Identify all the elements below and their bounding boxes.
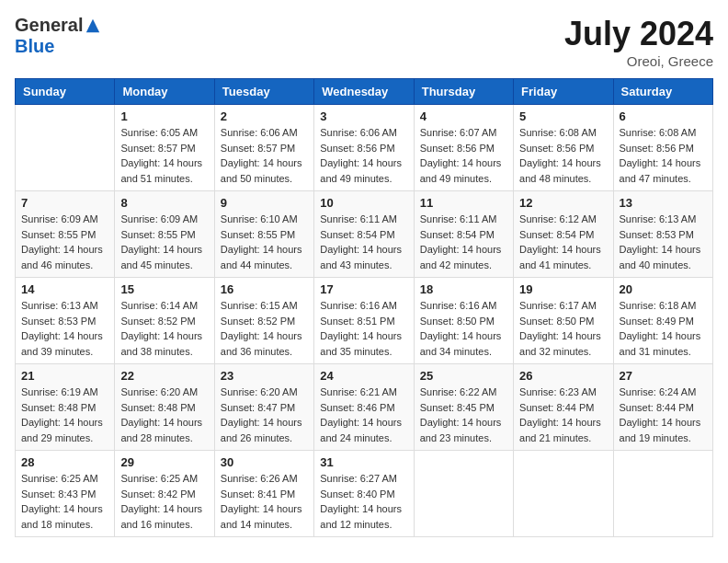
logo-blue-text: Blue [15,36,54,57]
day-info: Sunrise: 6:16 AM Sunset: 8:50 PM Dayligh… [420,298,507,359]
day-number: 21 [21,369,108,383]
day-number: 4 [420,109,507,123]
day-info: Sunrise: 6:20 AM Sunset: 8:48 PM Dayligh… [120,385,208,445]
day-number: 31 [320,455,407,469]
day-number: 1 [120,109,208,123]
day-info: Sunrise: 6:19 AM Sunset: 8:48 PM Dayligh… [21,385,108,445]
calendar-cell: 12Sunrise: 6:12 AM Sunset: 8:54 PM Dayli… [514,191,613,278]
calendar-cell: 2Sunrise: 6:06 AM Sunset: 8:57 PM Daylig… [214,105,313,191]
calendar-cell: 31Sunrise: 6:27 AM Sunset: 8:40 PM Dayli… [314,451,414,537]
calendar-cell: 14Sunrise: 6:13 AM Sunset: 8:53 PM Dayli… [16,278,115,364]
calendar-weekday-friday: Friday [514,79,613,105]
day-number: 29 [120,455,208,469]
calendar-cell: 27Sunrise: 6:24 AM Sunset: 8:44 PM Dayli… [613,364,712,451]
calendar-cell: 28Sunrise: 6:25 AM Sunset: 8:43 PM Dayli… [16,451,115,537]
calendar-cell: 23Sunrise: 6:20 AM Sunset: 8:47 PM Dayli… [214,364,313,451]
day-info: Sunrise: 6:09 AM Sunset: 8:55 PM Dayligh… [21,212,108,272]
calendar-weekday-monday: Monday [115,79,214,105]
day-info: Sunrise: 6:25 AM Sunset: 8:42 PM Dayligh… [120,471,208,532]
calendar-cell: 5Sunrise: 6:08 AM Sunset: 8:56 PM Daylig… [514,105,613,191]
day-info: Sunrise: 6:07 AM Sunset: 8:56 PM Dayligh… [420,125,507,186]
month-year: July 2024 [564,15,713,53]
calendar-weekday-wednesday: Wednesday [314,79,414,105]
day-info: Sunrise: 6:26 AM Sunset: 8:41 PM Dayligh… [221,471,308,532]
calendar-cell [16,105,115,191]
day-info: Sunrise: 6:16 AM Sunset: 8:51 PM Dayligh… [320,298,407,359]
day-info: Sunrise: 6:09 AM Sunset: 8:55 PM Dayligh… [120,212,208,272]
day-number: 12 [519,196,607,210]
calendar-cell: 6Sunrise: 6:08 AM Sunset: 8:56 PM Daylig… [613,105,712,191]
calendar-weekday-thursday: Thursday [414,79,513,105]
calendar-cell: 13Sunrise: 6:13 AM Sunset: 8:53 PM Dayli… [613,191,712,278]
calendar-cell: 24Sunrise: 6:21 AM Sunset: 8:46 PM Dayli… [314,364,414,451]
day-info: Sunrise: 6:12 AM Sunset: 8:54 PM Dayligh… [519,212,607,272]
calendar-cell: 1Sunrise: 6:05 AM Sunset: 8:57 PM Daylig… [115,105,214,191]
calendar-cell [414,451,513,537]
calendar-weekday-saturday: Saturday [613,79,712,105]
day-info: Sunrise: 6:13 AM Sunset: 8:53 PM Dayligh… [620,212,707,272]
calendar-week-row: 21Sunrise: 6:19 AM Sunset: 8:48 PM Dayli… [16,364,713,451]
day-number: 28 [21,455,108,469]
calendar-cell: 29Sunrise: 6:25 AM Sunset: 8:42 PM Dayli… [115,451,214,537]
calendar-weekday-sunday: Sunday [16,79,115,105]
day-number: 16 [221,282,308,296]
day-info: Sunrise: 6:06 AM Sunset: 8:57 PM Dayligh… [221,125,308,186]
calendar-weekday-tuesday: Tuesday [214,79,313,105]
day-number: 2 [221,109,308,123]
day-number: 3 [320,109,407,123]
day-number: 30 [221,455,308,469]
day-info: Sunrise: 6:20 AM Sunset: 8:47 PM Dayligh… [221,385,308,445]
day-number: 17 [320,282,407,296]
day-info: Sunrise: 6:10 AM Sunset: 8:55 PM Dayligh… [221,212,308,272]
calendar-cell: 19Sunrise: 6:17 AM Sunset: 8:50 PM Dayli… [514,278,613,364]
day-info: Sunrise: 6:08 AM Sunset: 8:56 PM Dayligh… [519,125,607,186]
calendar-week-row: 28Sunrise: 6:25 AM Sunset: 8:43 PM Dayli… [16,451,713,537]
title-block: July 2024 Oreoi, Greece [564,15,713,69]
logo: General Blue [15,15,101,57]
calendar-week-row: 7Sunrise: 6:09 AM Sunset: 8:55 PM Daylig… [16,191,713,278]
day-number: 25 [420,369,507,383]
location: Oreoi, Greece [564,53,713,69]
calendar-cell: 30Sunrise: 6:26 AM Sunset: 8:41 PM Dayli… [214,451,313,537]
day-info: Sunrise: 6:11 AM Sunset: 8:54 PM Dayligh… [320,212,407,272]
svg-marker-0 [86,18,99,31]
calendar-cell: 10Sunrise: 6:11 AM Sunset: 8:54 PM Dayli… [314,191,414,278]
calendar-cell [514,451,613,537]
day-info: Sunrise: 6:25 AM Sunset: 8:43 PM Dayligh… [21,471,108,532]
day-number: 5 [519,109,607,123]
day-number: 18 [420,282,507,296]
day-number: 6 [620,109,707,123]
calendar-cell: 4Sunrise: 6:07 AM Sunset: 8:56 PM Daylig… [414,105,513,191]
day-number: 9 [221,196,308,210]
day-info: Sunrise: 6:27 AM Sunset: 8:40 PM Dayligh… [320,471,407,532]
day-number: 23 [221,369,308,383]
day-info: Sunrise: 6:22 AM Sunset: 8:45 PM Dayligh… [420,385,507,445]
calendar-cell: 22Sunrise: 6:20 AM Sunset: 8:48 PM Dayli… [115,364,214,451]
calendar-table: SundayMondayTuesdayWednesdayThursdayFrid… [15,78,713,537]
day-info: Sunrise: 6:05 AM Sunset: 8:57 PM Dayligh… [120,125,208,186]
day-number: 10 [320,196,407,210]
calendar-cell: 16Sunrise: 6:15 AM Sunset: 8:52 PM Dayli… [214,278,313,364]
day-info: Sunrise: 6:11 AM Sunset: 8:54 PM Dayligh… [420,212,507,272]
calendar-cell: 20Sunrise: 6:18 AM Sunset: 8:49 PM Dayli… [613,278,712,364]
day-info: Sunrise: 6:08 AM Sunset: 8:56 PM Dayligh… [620,125,707,186]
calendar-header-row: SundayMondayTuesdayWednesdayThursdayFrid… [16,79,713,105]
day-info: Sunrise: 6:13 AM Sunset: 8:53 PM Dayligh… [21,298,108,359]
day-info: Sunrise: 6:21 AM Sunset: 8:46 PM Dayligh… [320,385,407,445]
day-number: 7 [21,196,108,210]
day-number: 27 [620,369,707,383]
day-number: 15 [120,282,208,296]
day-info: Sunrise: 6:14 AM Sunset: 8:52 PM Dayligh… [120,298,208,359]
calendar-cell: 25Sunrise: 6:22 AM Sunset: 8:45 PM Dayli… [414,364,513,451]
day-number: 24 [320,369,407,383]
day-number: 19 [519,282,607,296]
calendar-cell: 3Sunrise: 6:06 AM Sunset: 8:56 PM Daylig… [314,105,414,191]
day-info: Sunrise: 6:06 AM Sunset: 8:56 PM Dayligh… [320,125,407,186]
calendar-cell: 18Sunrise: 6:16 AM Sunset: 8:50 PM Dayli… [414,278,513,364]
logo-icon [85,17,101,34]
day-number: 20 [620,282,707,296]
day-number: 13 [620,196,707,210]
calendar-cell: 7Sunrise: 6:09 AM Sunset: 8:55 PM Daylig… [16,191,115,278]
calendar-cell: 15Sunrise: 6:14 AM Sunset: 8:52 PM Dayli… [115,278,214,364]
calendar-week-row: 1Sunrise: 6:05 AM Sunset: 8:57 PM Daylig… [16,105,713,191]
